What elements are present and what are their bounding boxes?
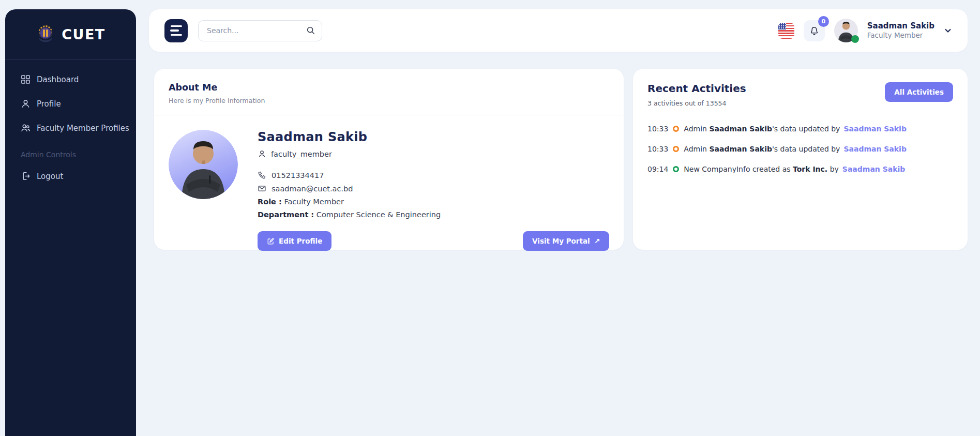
search-icon[interactable] xyxy=(306,26,315,35)
activity-user-link[interactable]: Saadman Sakib xyxy=(843,125,907,133)
activity-text: Admin Saadman Sakib's data updated by xyxy=(684,145,840,153)
edit-profile-label: Edit Profile xyxy=(279,237,322,245)
arrow-up-right-icon: ↗ xyxy=(594,237,600,245)
sidebar-item-label: Logout xyxy=(37,172,63,181)
sidebar-item-dashboard[interactable]: Dashboard xyxy=(21,74,136,84)
notifications-button[interactable]: 0 xyxy=(804,20,825,41)
mail-icon xyxy=(258,184,266,193)
sidebar-item-logout[interactable]: Logout xyxy=(21,171,136,181)
person-icon xyxy=(21,99,31,109)
profile-phone: 01521334417 xyxy=(272,171,324,179)
activity-time: 10:33 xyxy=(647,145,668,153)
all-activities-button[interactable]: All Activities xyxy=(885,82,953,102)
menu-toggle-button[interactable] xyxy=(164,19,188,42)
profile-email: saadman@cuet.ac.bd xyxy=(272,185,353,193)
logout-icon xyxy=(21,171,31,181)
update-ring-icon xyxy=(673,146,679,152)
all-activities-label: All Activities xyxy=(894,88,944,96)
chevron-down-icon[interactable] xyxy=(944,26,952,35)
activities-title: Recent Activities xyxy=(647,82,746,95)
sidebar-item-label: Profile xyxy=(37,99,61,109)
sidebar-item-label: Faculty Member Profiles xyxy=(37,124,129,133)
visit-portal-label: Visit My Portal xyxy=(532,237,590,245)
edit-profile-button[interactable]: Edit Profile xyxy=(258,231,331,251)
role-value: Faculty Member xyxy=(284,198,344,206)
cuet-emblem-icon xyxy=(36,24,55,45)
activity-row: 09:14 New CompanyInfo created as Tork In… xyxy=(647,165,953,173)
profile-department-line: Department : Computer Science & Engineer… xyxy=(258,211,609,219)
profile-username: faculty_member xyxy=(271,150,332,158)
visit-portal-button[interactable]: Visit My Portal ↗ xyxy=(523,231,609,251)
activity-text: Admin Saadman Sakib's data updated by xyxy=(684,125,840,133)
flag-canton xyxy=(778,23,786,29)
sidebar-item-label: Dashboard xyxy=(37,75,79,84)
user-role: Faculty Member xyxy=(867,31,934,40)
activities-subtitle: 3 activities out of 13554 xyxy=(647,99,746,107)
about-me-title: About Me xyxy=(169,82,609,93)
profile-role-line: Role : Faculty Member xyxy=(258,198,609,206)
profile-name: Saadman Sakib xyxy=(258,130,609,144)
department-label: Department : xyxy=(258,211,314,219)
people-icon xyxy=(21,123,31,133)
notification-count-badge: 0 xyxy=(818,16,829,27)
sidebar-section-admin-controls: Admin Controls xyxy=(21,151,136,159)
sidebar-item-profile[interactable]: Profile xyxy=(21,99,136,109)
user-avatar[interactable] xyxy=(834,19,858,42)
app-logo: CUET xyxy=(5,9,136,60)
recent-activities-card: Recent Activities 3 activities out of 13… xyxy=(633,69,968,250)
department-value: Computer Science & Engineering xyxy=(316,211,441,219)
role-label: Role : xyxy=(258,198,282,206)
activity-user-link[interactable]: Saadman Sakib xyxy=(842,165,906,173)
sidebar-item-faculty-member-profiles[interactable]: Faculty Member Profiles xyxy=(21,123,136,133)
user-menu[interactable]: Saadman Sakib Faculty Member xyxy=(867,21,934,40)
person-icon xyxy=(258,149,266,158)
activity-row: 10:33 Admin Saadman Sakib's data updated… xyxy=(647,145,953,153)
about-me-card: About Me Here is my Profile Information xyxy=(154,69,624,250)
activity-list: 10:33 Admin Saadman Sakib's data updated… xyxy=(647,125,953,173)
logo-text: CUET xyxy=(62,26,105,42)
activity-row: 10:33 Admin Saadman Sakib's data updated… xyxy=(647,125,953,133)
activity-text: New CompanyInfo created as Tork Inc. by xyxy=(684,165,838,173)
edit-pencil-icon xyxy=(267,237,275,245)
language-flag-us-icon[interactable] xyxy=(778,23,794,39)
activity-time: 10:33 xyxy=(647,125,668,133)
user-name: Saadman Sakib xyxy=(867,21,934,31)
sidebar: CUET Dashboard Profile xyxy=(5,9,136,436)
top-header: 0 Saadman Sakib Faculty Member xyxy=(149,9,968,52)
profile-photo xyxy=(169,130,238,199)
phone-icon xyxy=(258,171,266,179)
update-ring-icon xyxy=(673,126,679,132)
bell-icon xyxy=(809,26,819,36)
create-ring-icon xyxy=(673,166,679,172)
online-status-dot xyxy=(851,35,859,43)
activity-time: 09:14 xyxy=(647,165,668,173)
about-me-subtitle: Here is my Profile Information xyxy=(169,97,609,104)
dashboard-grid-icon xyxy=(21,74,31,84)
activity-user-link[interactable]: Saadman Sakib xyxy=(843,145,907,153)
search-input[interactable] xyxy=(198,20,322,41)
